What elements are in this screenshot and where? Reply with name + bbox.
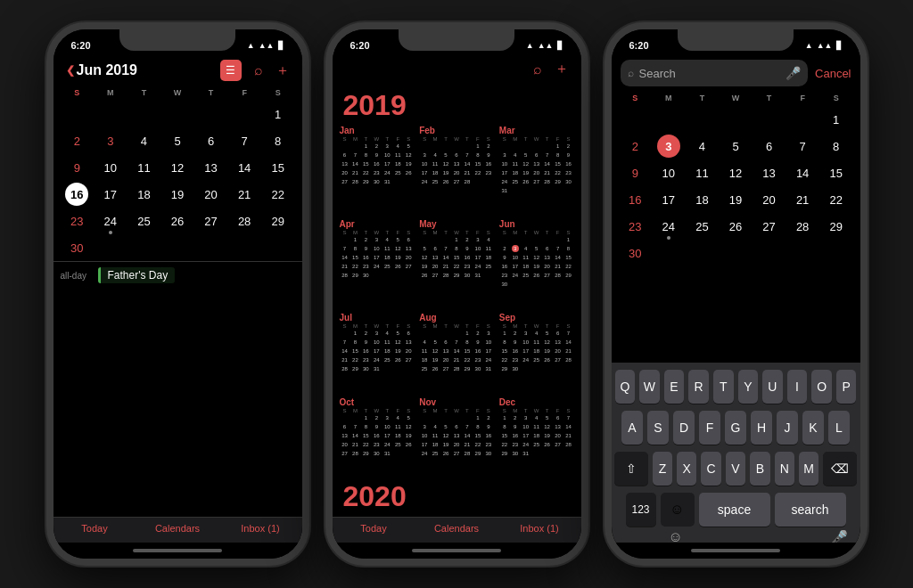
cancel-button[interactable]: Cancel bbox=[815, 67, 851, 80]
cal-cell-28[interactable]: 28 bbox=[227, 208, 261, 234]
key-n[interactable]: N bbox=[775, 452, 794, 486]
cal-cell-15[interactable]: 15 bbox=[261, 154, 295, 181]
cal-cell[interactable] bbox=[227, 101, 261, 127]
emoji-key[interactable]: ☺ bbox=[661, 493, 695, 527]
status-icons-1: ▲▲▲▊ bbox=[247, 41, 284, 50]
key-m[interactable]: M bbox=[799, 452, 818, 486]
cal-cell-30[interactable]: 30 bbox=[61, 234, 95, 261]
key-z[interactable]: Z bbox=[653, 452, 672, 486]
key-f[interactable]: F bbox=[699, 411, 720, 445]
nav-icons-2: ⌕ ＋ bbox=[533, 60, 569, 78]
status-bar-2: 6:20 ▲▲▲▊ bbox=[333, 29, 581, 56]
search-icon-2[interactable]: ⌕ bbox=[533, 61, 542, 78]
cal-cell[interactable] bbox=[194, 101, 228, 127]
tab-today-2[interactable]: Today bbox=[333, 523, 415, 534]
search-input[interactable]: ⌕ Search 🎤 bbox=[621, 60, 809, 86]
fathers-day-event[interactable]: Father's Day bbox=[98, 267, 176, 283]
tab-inbox-1[interactable]: Inbox (1) bbox=[219, 523, 302, 534]
key-s[interactable]: S bbox=[647, 411, 669, 445]
home-indicator-2 bbox=[333, 543, 581, 559]
key-i[interactable]: I bbox=[787, 370, 808, 404]
cal-cell-3[interactable]: 3 bbox=[94, 127, 127, 154]
num-key[interactable]: 123 bbox=[626, 493, 656, 527]
key-r[interactable]: R bbox=[688, 370, 709, 404]
mini-month-jan: Jan SMTWTFS 12345 6789101112 13141516171… bbox=[340, 126, 415, 214]
kb-bottom-row-icons: ☺ 🎤 bbox=[615, 534, 857, 539]
tab-today-1[interactable]: Today bbox=[53, 523, 136, 534]
cal-cell-16[interactable]: 16 bbox=[61, 181, 95, 208]
cal-cell-23[interactable]: 23 bbox=[61, 208, 95, 234]
cal-cell-18[interactable]: 18 bbox=[127, 181, 161, 208]
cal-cell-29[interactable]: 29 bbox=[261, 208, 295, 234]
key-k[interactable]: K bbox=[802, 411, 824, 445]
key-d[interactable]: D bbox=[673, 411, 695, 445]
cal-cell-13[interactable]: 13 bbox=[194, 154, 228, 181]
tab-inbox-2[interactable]: Inbox (1) bbox=[498, 523, 581, 534]
tab-calendars-1[interactable]: Calendars bbox=[136, 523, 219, 534]
cal-cell-6[interactable]: 6 bbox=[194, 127, 228, 154]
key-h[interactable]: H bbox=[751, 411, 772, 445]
mini-month-sep: Sep SMTWTFS 1234567 891011121314 1516171… bbox=[499, 313, 574, 392]
status-icons-2: ▲▲▲▊ bbox=[526, 41, 563, 50]
nav-back-button[interactable]: ❮ Jun 2019 bbox=[66, 62, 137, 78]
cal-cell-27[interactable]: 27 bbox=[194, 208, 228, 234]
key-x[interactable]: X bbox=[677, 452, 696, 486]
cal-cell-25[interactable]: 25 bbox=[127, 208, 161, 234]
search-key[interactable]: search bbox=[775, 493, 846, 527]
status-time-1: 6:20 bbox=[71, 40, 91, 51]
cal-cell-4[interactable]: 4 bbox=[127, 127, 161, 154]
cal-cell-21[interactable]: 21 bbox=[227, 181, 261, 208]
cal-cell[interactable] bbox=[127, 101, 161, 127]
cal-cell-9[interactable]: 9 bbox=[61, 154, 95, 181]
add-icon[interactable]: ＋ bbox=[276, 61, 290, 80]
cal-cell-10[interactable]: 10 bbox=[94, 154, 127, 181]
cal-row-4: 16 17 18 19 20 21 22 bbox=[53, 181, 302, 208]
cal-cell-7[interactable]: 7 bbox=[227, 127, 261, 154]
key-l[interactable]: L bbox=[828, 411, 850, 445]
key-y[interactable]: Y bbox=[738, 370, 759, 404]
key-q[interactable]: Q bbox=[615, 370, 636, 404]
key-g[interactable]: G bbox=[725, 411, 746, 445]
cal-cell[interactable] bbox=[61, 101, 95, 127]
key-u[interactable]: U bbox=[762, 370, 783, 404]
cal-cell-19[interactable]: 19 bbox=[160, 181, 194, 208]
key-v[interactable]: V bbox=[726, 452, 745, 486]
key-o[interactable]: O bbox=[811, 370, 832, 404]
key-e[interactable]: E bbox=[664, 370, 685, 404]
key-b[interactable]: B bbox=[750, 452, 769, 486]
key-a[interactable]: A bbox=[621, 411, 643, 445]
year-content: 2019 Jan SMTWTFS 12345 6789101112 131415… bbox=[333, 84, 581, 517]
cal-cell-11[interactable]: 11 bbox=[127, 154, 161, 181]
cal-cell-14[interactable]: 14 bbox=[227, 154, 261, 181]
key-w[interactable]: W bbox=[639, 370, 660, 404]
cal-cell-24[interactable]: 24 bbox=[94, 208, 127, 234]
key-j[interactable]: J bbox=[777, 411, 798, 445]
year-title-2019: 2019 bbox=[340, 84, 574, 126]
cal-cell-12[interactable]: 12 bbox=[160, 154, 194, 181]
cal-cell-22[interactable]: 22 bbox=[261, 181, 295, 208]
cal-cell-17[interactable]: 17 bbox=[94, 181, 127, 208]
key-p[interactable]: P bbox=[836, 370, 857, 404]
add-icon-2[interactable]: ＋ bbox=[555, 60, 569, 78]
cal-row-2: 2 3 4 5 6 7 8 bbox=[53, 127, 302, 154]
mic-icon-search[interactable]: 🎤 bbox=[786, 66, 801, 80]
tab-calendars-2[interactable]: Calendars bbox=[415, 523, 498, 534]
inbox-icon[interactable]: ☰ bbox=[220, 60, 242, 81]
search-icon[interactable]: ⌕ bbox=[254, 62, 263, 78]
key-t[interactable]: T bbox=[713, 370, 734, 404]
backspace-key[interactable]: ⌫ bbox=[823, 452, 856, 486]
cal-cell-8[interactable]: 8 bbox=[261, 127, 295, 154]
mini-month-feb: Feb SMTWTFS 12 3456789 10111213141516 17… bbox=[419, 126, 494, 214]
cal-cell-26[interactable]: 26 bbox=[160, 208, 194, 234]
mini-month-jul: Jul SMTWTFS 123456 78910111213 141516171… bbox=[340, 313, 415, 392]
space-key[interactable]: space bbox=[699, 493, 770, 527]
cal-cell-1[interactable]: 1 bbox=[261, 101, 295, 127]
cal-cell[interactable] bbox=[160, 101, 194, 127]
key-c[interactable]: C bbox=[701, 452, 720, 486]
cal-cell-5[interactable]: 5 bbox=[160, 127, 194, 154]
cal-cell-20[interactable]: 20 bbox=[194, 181, 228, 208]
cal-cell-2[interactable]: 2 bbox=[61, 127, 95, 154]
cal-cell[interactable] bbox=[94, 101, 127, 127]
home-indicator-1 bbox=[53, 543, 302, 559]
shift-key[interactable]: ⇧ bbox=[614, 452, 647, 486]
